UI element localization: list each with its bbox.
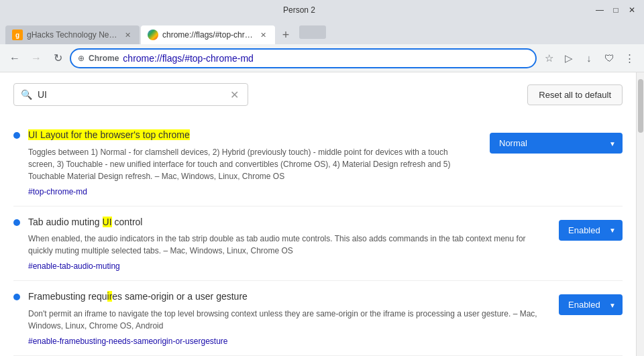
flag-title-suffix: es same-origin or a user gesture [112, 291, 248, 302]
flag-title: UI Layout for the browser's top chrome [28, 129, 468, 142]
minimize-button[interactable]: — [593, 3, 606, 17]
flag-select-wrapper[interactable]: Default Normal Hybrid Touchable Material… [490, 133, 623, 154]
main-content: 🔍 ✕ Reset all to default UI Layout for t… [0, 72, 644, 356]
back-button[interactable]: ← [5, 49, 24, 68]
nav-bar: ← → ↻ ⊕ Chrome ☆ ▷ ↓ 🛡 ⋮ [0, 44, 644, 72]
flag-dot [13, 294, 20, 300]
flag-body: Tab audio muting UI control When enabled… [28, 216, 537, 272]
flag-item-tab-audio-muting: Tab audio muting UI control When enabled… [13, 206, 623, 282]
url-input[interactable] [123, 53, 529, 64]
flag-control[interactable]: Default Enabled Disabled [559, 294, 623, 315]
cast-button[interactable]: ▷ [559, 49, 578, 68]
flag-select-wrapper[interactable]: Default Enabled Disabled [559, 220, 623, 241]
address-bar[interactable]: ⊕ Chrome [70, 48, 537, 68]
flag-dot [13, 219, 20, 226]
chrome-badge: Chrome [89, 54, 119, 63]
tab-label-flags: chrome://flags/#top-chrc... [162, 30, 254, 40]
flag-anchor[interactable]: #enable-framebusting-needs-sameorigin-or… [28, 337, 228, 346]
maximize-button[interactable]: □ [609, 3, 623, 17]
flag-select-framebusting[interactable]: Default Enabled Disabled [559, 294, 623, 315]
flag-title-suffix: control [112, 217, 143, 227]
flag-control[interactable]: Default Normal Hybrid Touchable Material… [490, 133, 623, 154]
flag-description: Don't permit an iframe to navigate the t… [28, 308, 537, 332]
menu-button[interactable]: ⋮ [620, 49, 639, 68]
tab-favicon-flags [148, 29, 158, 40]
flag-body: Framebusting requires same-origin or a u… [28, 290, 537, 346]
search-input[interactable] [38, 89, 222, 100]
user-name: Person 2 [283, 5, 315, 15]
tab-flags[interactable]: chrome://flags/#top-chrc... ✕ [141, 25, 275, 44]
flag-control[interactable]: Default Enabled Disabled [559, 220, 623, 241]
tab-bar: g gHacks Technology News ✕ chrome://flag… [0, 20, 644, 44]
new-tab-button[interactable]: + [276, 25, 295, 44]
flag-title: Framebusting requires same-origin or a u… [28, 290, 537, 304]
scrollbar-thumb[interactable] [638, 79, 643, 133]
flag-anchor[interactable]: #enable-tab-audio-muting [28, 261, 120, 271]
search-clear-button[interactable]: ✕ [227, 88, 241, 101]
flags-content: 🔍 ✕ Reset all to default UI Layout for t… [0, 72, 636, 356]
reload-button[interactable]: ↻ [48, 49, 67, 68]
flag-title-prefix: Tab audio muting [28, 217, 103, 227]
flag-select-tab-audio-muting[interactable]: Default Enabled Disabled [559, 220, 623, 241]
window-controls: — □ ✕ [593, 3, 639, 17]
flag-dot [13, 132, 20, 139]
flag-description: Toggles between 1) Normal - for clamshel… [28, 146, 468, 182]
search-icon: 🔍 [21, 89, 32, 100]
scrollbar[interactable] [636, 72, 644, 356]
search-bar: 🔍 ✕ Reset all to default [13, 83, 623, 106]
flag-body: UI Layout for the browser's top chrome T… [28, 129, 468, 196]
flag-title-highlight: UI Layout for the browser's top chrome [28, 129, 190, 140]
download-button[interactable]: ↓ [580, 49, 598, 68]
bookmark-button[interactable]: ☆ [539, 49, 558, 68]
close-button[interactable]: ✕ [625, 3, 639, 17]
forward-button[interactable]: → [27, 49, 46, 68]
tab-close-ghacks[interactable]: ✕ [122, 29, 133, 40]
flag-title: Tab audio muting UI control [28, 216, 537, 229]
tab-label-ghacks: gHacks Technology News [27, 30, 118, 40]
tab-favicon-ghacks: g [12, 29, 23, 40]
flag-title-prefix: Framebusting requ [28, 291, 107, 302]
flag-anchor[interactable]: #top-chrome-md [28, 187, 87, 196]
tab-close-flags[interactable]: ✕ [258, 29, 268, 40]
reset-all-button[interactable]: Reset all to default [527, 84, 623, 105]
title-bar: Person 2 — □ ✕ [0, 0, 644, 20]
flag-description: When enabled, the audio indicators in th… [28, 233, 537, 257]
flag-item-top-chrome-md: UI Layout for the browser's top chrome T… [13, 119, 623, 206]
tab-ghacks[interactable]: g gHacks Technology News ✕ [5, 25, 140, 44]
flag-title-highlight: UI [103, 217, 112, 227]
nav-right-icons: ☆ ▷ ↓ 🛡 ⋮ [539, 49, 639, 68]
flag-item-framebusting: Framebusting requires same-origin or a u… [13, 281, 623, 356]
flag-select-top-chrome-md[interactable]: Default Normal Hybrid Touchable Material… [490, 133, 623, 154]
search-container[interactable]: 🔍 ✕ [13, 83, 248, 106]
flag-select-wrapper[interactable]: Default Enabled Disabled [559, 294, 623, 315]
tab-placeholder [299, 25, 326, 39]
shield-button[interactable]: 🛡 [600, 49, 619, 68]
lock-icon: ⊕ [78, 54, 85, 63]
